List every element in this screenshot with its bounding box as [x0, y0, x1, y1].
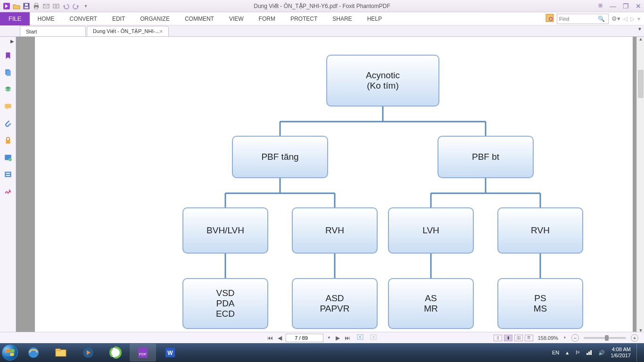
- zoom-level: 158.09%: [538, 335, 558, 341]
- nav-prev-icon[interactable]: ◁: [623, 16, 627, 22]
- node-l2a: PBF tăng: [232, 136, 328, 178]
- svg-rect-8: [53, 4, 59, 8]
- security-icon[interactable]: [3, 135, 13, 146]
- taskbar-coccoc[interactable]: [102, 344, 129, 362]
- tray-clock[interactable]: 4:08 AM 1/6/2017: [611, 346, 631, 359]
- node-l2b-label: PBF bt: [472, 152, 499, 162]
- statusbar: ⏮ ◀ ▼ ▶ ⏭ ▯ ▮ ▯▯ ☰ 158.09% ▼ − +: [0, 332, 644, 343]
- taskbar-explorer[interactable]: [48, 344, 74, 362]
- view-continuous-icon[interactable]: ▮: [504, 335, 512, 341]
- svg-rect-51: [590, 350, 592, 355]
- prev-page-icon[interactable]: ◀: [277, 335, 283, 341]
- document-tabs: Start Dung Viết - ÔN_TẬP_NHI-... ×: [0, 25, 644, 37]
- sign-icon[interactable]: [3, 186, 13, 197]
- tab-start[interactable]: Start: [20, 26, 86, 36]
- node-l3c-label: LVH: [422, 225, 439, 236]
- attachments-icon[interactable]: [3, 118, 13, 129]
- search-toggle-icon[interactable]: [545, 14, 554, 24]
- menu-convert[interactable]: CONVERT: [62, 12, 104, 25]
- file-tab[interactable]: FILE: [0, 12, 30, 25]
- snapshot-icon[interactable]: [51, 1, 61, 11]
- view-facing-icon[interactable]: ▯▯: [514, 335, 523, 341]
- menu-edit[interactable]: EDIT: [105, 12, 132, 25]
- svg-rect-18: [5, 172, 11, 177]
- comments-icon[interactable]: [3, 101, 13, 112]
- tray-flag-icon[interactable]: 🏳: [575, 350, 580, 355]
- redo-icon[interactable]: [71, 1, 81, 11]
- node-l3c: LVH: [388, 207, 474, 254]
- tray-show-hidden-icon[interactable]: ▲: [565, 350, 570, 355]
- nav-next-icon[interactable]: ▷: [630, 16, 635, 22]
- pages-icon[interactable]: [3, 67, 13, 78]
- svg-text:PDF: PDF: [139, 352, 147, 356]
- layers-icon[interactable]: [3, 84, 13, 95]
- menu-form[interactable]: FORM: [251, 12, 283, 25]
- email-icon[interactable]: [41, 1, 51, 11]
- next-page-icon[interactable]: ▶: [335, 335, 341, 341]
- tray-network-icon[interactable]: [586, 349, 593, 356]
- taskbar-foxit[interactable]: PDF: [130, 344, 156, 362]
- qat-dropdown-icon[interactable]: ▼: [81, 1, 91, 11]
- node-l4d-2: MS: [534, 304, 547, 314]
- svg-point-17: [8, 158, 12, 161]
- tab-document[interactable]: Dung Viết - ÔN_TẬP_NHI-... ×: [87, 26, 169, 36]
- start-button[interactable]: [0, 343, 20, 362]
- save-icon[interactable]: [22, 1, 31, 11]
- menu-comment[interactable]: COMMENT: [177, 12, 222, 25]
- grid-icon[interactable]: ⊞: [598, 2, 603, 10]
- zoom-dropdown-icon[interactable]: ▼: [563, 336, 567, 340]
- taskbar-mediaplayer[interactable]: [75, 344, 101, 362]
- page-input[interactable]: [286, 334, 323, 342]
- side-collapse-icon[interactable]: ▶: [10, 39, 16, 44]
- find-box[interactable]: 🔍: [557, 14, 609, 24]
- taskbar-word[interactable]: W: [157, 344, 183, 362]
- menu-view[interactable]: VIEW: [222, 12, 251, 25]
- form-icon[interactable]: [3, 169, 13, 180]
- svg-text:W: W: [167, 350, 173, 356]
- scroll-up-icon[interactable]: ▲: [637, 37, 644, 44]
- view-continuous-facing-icon[interactable]: ☰: [525, 335, 533, 341]
- tray-volume-icon[interactable]: 🔊: [598, 350, 605, 356]
- history-forward-icon[interactable]: [368, 334, 378, 342]
- zoom-thumb[interactable]: [605, 335, 609, 341]
- taskbar-ie[interactable]: [20, 344, 47, 362]
- window-controls: ⊞ — ❐ ✕: [598, 2, 641, 10]
- view-single-icon[interactable]: ▯: [494, 335, 502, 341]
- scroll-thumb[interactable]: [638, 70, 644, 98]
- zoom-out-icon[interactable]: −: [571, 334, 579, 342]
- menu-organize[interactable]: ORGANIZE: [132, 12, 177, 25]
- system-tray: EN ▲ 🏳 🔊 4:08 AM 1/6/2017: [552, 344, 644, 362]
- vertical-scrollbar[interactable]: ▲ ▼: [636, 37, 644, 336]
- node-l4c: AS MR: [388, 278, 474, 329]
- open-icon[interactable]: [12, 1, 21, 11]
- ribbon-collapse-icon[interactable]: ▼: [637, 26, 642, 32]
- menu-share[interactable]: SHARE: [325, 12, 359, 25]
- minimize-icon[interactable]: —: [610, 2, 616, 10]
- svg-rect-49: [586, 353, 588, 355]
- last-page-icon[interactable]: ⏭: [344, 335, 351, 341]
- first-page-icon[interactable]: ⏮: [266, 335, 274, 341]
- nav-menu-icon[interactable]: ▾: [637, 16, 640, 22]
- zoom-slider[interactable]: [584, 337, 626, 339]
- search-icon[interactable]: 🔍: [598, 16, 605, 22]
- menu-protect[interactable]: PROTECT: [283, 12, 325, 25]
- signatures-icon[interactable]: [3, 152, 13, 163]
- bookmarks-icon[interactable]: [3, 50, 13, 61]
- app-logo: [2, 1, 11, 11]
- history-back-icon[interactable]: [354, 334, 365, 342]
- zoom-in-icon[interactable]: +: [631, 334, 638, 342]
- print-icon[interactable]: [32, 1, 41, 11]
- undo-icon[interactable]: [61, 1, 71, 11]
- close-icon[interactable]: ✕: [636, 2, 641, 10]
- tab-close-icon[interactable]: ×: [159, 28, 163, 35]
- show-desktop-button[interactable]: [636, 344, 640, 362]
- menu-help[interactable]: HELP: [360, 12, 389, 25]
- restore-icon[interactable]: ❐: [623, 2, 629, 10]
- find-input[interactable]: [559, 16, 598, 22]
- page-dropdown-icon[interactable]: ▼: [326, 336, 332, 340]
- tray-language[interactable]: EN: [552, 350, 559, 355]
- menu-home[interactable]: HOME: [30, 12, 62, 25]
- settings-icon[interactable]: ⚙▾: [611, 15, 620, 22]
- node-l2b: PBF bt: [438, 136, 534, 178]
- svg-point-9: [55, 5, 57, 7]
